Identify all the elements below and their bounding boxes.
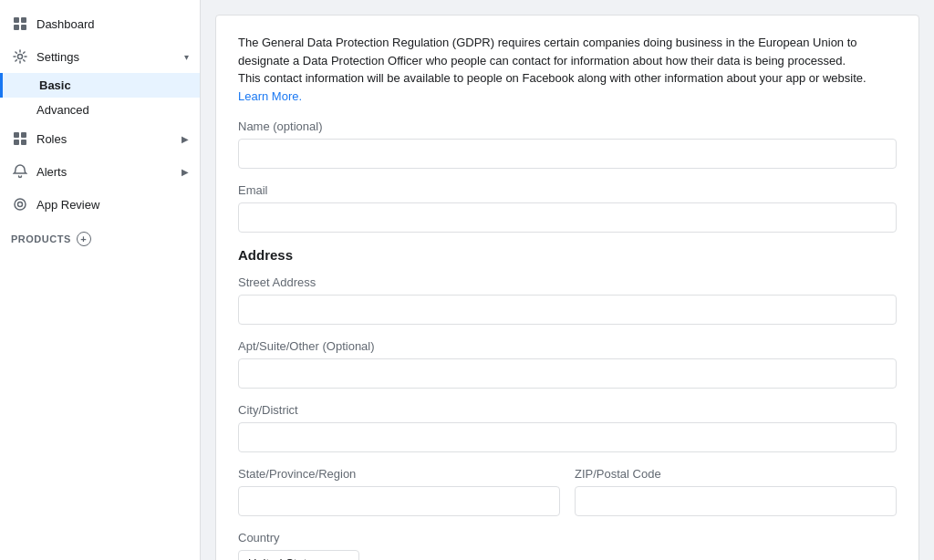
alerts-icon (11, 162, 29, 181)
street-label: Street Address (238, 275, 897, 289)
svg-rect-8 (21, 140, 26, 145)
sidebar-item-alerts-label: Alerts (36, 165, 67, 179)
gdpr-notice: The General Data Protection Regulation (… (238, 34, 897, 105)
address-section-title: Address (238, 247, 897, 263)
settings-chevron-icon: ▾ (184, 52, 189, 62)
svg-point-9 (15, 199, 26, 210)
state-label: State/Province/Region (238, 467, 560, 481)
sidebar-item-roles[interactable]: Roles ▶ (0, 122, 200, 155)
apt-field-group: Apt/Suite/Other (Optional) (238, 339, 897, 389)
gdpr-notice-line2: This contact information will be availab… (238, 69, 897, 105)
svg-rect-5 (14, 132, 19, 138)
sidebar-item-alerts[interactable]: Alerts ▶ (0, 155, 200, 188)
svg-point-4 (18, 55, 23, 59)
roles-chevron-icon: ▶ (182, 134, 189, 144)
city-input[interactable] (238, 422, 897, 452)
gdpr-card: The General Data Protection Regulation (… (215, 15, 919, 560)
alerts-chevron-icon: ▶ (182, 167, 189, 177)
sidebar-item-basic-label: Basic (39, 78, 71, 92)
add-products-button[interactable]: + (77, 232, 91, 246)
svg-rect-1 (21, 17, 26, 23)
gdpr-notice-line1: The General Data Protection Regulation (… (238, 34, 897, 69)
zip-label: ZIP/Postal Code (575, 467, 897, 481)
svg-rect-2 (14, 25, 19, 30)
sidebar-item-advanced-label: Advanced (36, 103, 89, 117)
sidebar-item-settings[interactable]: Settings ▾ (0, 40, 200, 73)
country-select[interactable]: United States Canada United Kingdom Aust… (238, 550, 359, 560)
country-label: Country (238, 531, 897, 544)
products-label: PRODUCTS (11, 233, 71, 244)
zip-input[interactable] (575, 486, 897, 516)
apt-input[interactable] (238, 358, 897, 389)
state-zip-row: State/Province/Region ZIP/Postal Code (238, 467, 897, 531)
zip-field-group: ZIP/Postal Code (575, 467, 897, 516)
sidebar: Dashboard Settings ▾ Basic Advanced Role… (0, 0, 201, 560)
sidebar-item-settings-label: Settings (36, 50, 79, 64)
app-review-icon (11, 195, 29, 213)
products-section-header: PRODUCTS + (0, 221, 200, 250)
main-content: The General Data Protection Regulation (… (201, 0, 934, 560)
svg-rect-0 (14, 17, 19, 23)
country-select-wrapper: United States Canada United Kingdom Aust… (238, 550, 359, 560)
learn-more-link[interactable]: Learn More. (238, 89, 302, 103)
svg-rect-7 (14, 140, 19, 145)
name-input[interactable] (238, 139, 897, 169)
email-label: Email (238, 183, 897, 197)
name-label: Name (optional) (238, 119, 897, 133)
sidebar-item-roles-label: Roles (36, 132, 67, 146)
content-area: The General Data Protection Regulation (… (201, 0, 934, 560)
sidebar-item-dashboard-label: Dashboard (36, 17, 95, 31)
dashboard-icon (11, 15, 29, 33)
email-field-group: Email (238, 183, 897, 233)
street-input[interactable] (238, 295, 897, 325)
roles-icon (11, 130, 29, 148)
settings-icon (11, 47, 29, 66)
svg-rect-3 (21, 25, 26, 30)
svg-point-10 (18, 202, 23, 207)
email-input[interactable] (238, 202, 897, 233)
sidebar-item-app-review[interactable]: App Review (0, 188, 200, 221)
sidebar-item-app-review-label: App Review (36, 198, 99, 212)
svg-rect-6 (21, 132, 26, 138)
country-field-group: Country United States Canada United King… (238, 531, 897, 560)
sidebar-item-basic[interactable]: Basic (0, 73, 200, 98)
state-field-group: State/Province/Region (238, 467, 560, 516)
sidebar-item-advanced[interactable]: Advanced (0, 98, 200, 122)
state-input[interactable] (238, 486, 560, 516)
name-field-group: Name (optional) (238, 119, 897, 169)
city-field-group: City/District (238, 403, 897, 452)
sidebar-item-dashboard[interactable]: Dashboard (0, 7, 200, 40)
apt-label: Apt/Suite/Other (Optional) (238, 339, 897, 353)
street-field-group: Street Address (238, 275, 897, 325)
city-label: City/District (238, 403, 897, 417)
